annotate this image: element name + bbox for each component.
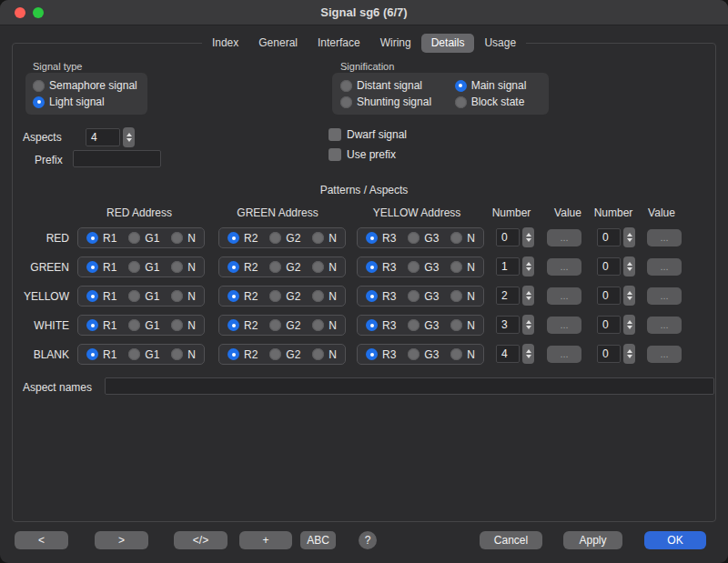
radio-n[interactable]: N <box>312 348 337 361</box>
radio-r3[interactable]: R3 <box>366 290 396 303</box>
radio-semaphore-signal[interactable]: Semaphore signal <box>33 79 140 92</box>
tab-details[interactable]: Details <box>421 34 475 53</box>
radio-n[interactable]: N <box>450 319 475 332</box>
radio-n[interactable]: N <box>171 319 196 332</box>
radio-n[interactable]: N <box>450 290 475 303</box>
radio-r3[interactable]: R3 <box>366 348 396 361</box>
number-stepper[interactable]: 1 <box>496 256 534 276</box>
radio-r2[interactable]: R2 <box>228 261 258 274</box>
stepper-value[interactable]: 0 <box>597 257 621 276</box>
stepper-buttons[interactable] <box>123 127 135 147</box>
number-stepper[interactable]: 3 <box>496 315 534 335</box>
stepper-value[interactable]: 0 <box>597 228 621 246</box>
prefix-field[interactable] <box>73 150 161 167</box>
radio-n[interactable]: N <box>312 232 337 245</box>
tab-general[interactable]: General <box>248 34 308 53</box>
value-button-1[interactable]: ... <box>547 287 581 305</box>
radio-g3[interactable]: G3 <box>408 348 439 361</box>
radio-main-signal[interactable]: Main signal <box>455 79 541 92</box>
stepper-value[interactable]: 3 <box>496 316 520 334</box>
value-button-2[interactable]: ... <box>647 287 682 305</box>
aspects-stepper[interactable]: 4 <box>86 127 135 147</box>
number-stepper[interactable]: 4 <box>496 344 534 364</box>
radio-r3[interactable]: R3 <box>366 261 396 274</box>
radio-n[interactable]: N <box>312 261 337 274</box>
radio-g1[interactable]: G1 <box>128 261 159 274</box>
number-stepper[interactable]: 0 <box>597 256 635 276</box>
radio-n[interactable]: N <box>171 261 196 274</box>
stepper-buttons[interactable] <box>522 286 534 306</box>
stepper-buttons[interactable] <box>522 256 534 276</box>
stepper-buttons[interactable] <box>522 344 534 364</box>
number-stepper[interactable]: 0 <box>597 344 635 364</box>
value-button-1[interactable]: ... <box>547 258 581 276</box>
stepper-buttons[interactable] <box>522 227 534 247</box>
radio-g2[interactable]: G2 <box>269 290 300 303</box>
radio-g1[interactable]: G1 <box>128 319 159 332</box>
stepper-buttons[interactable] <box>623 286 635 306</box>
radio-n[interactable]: N <box>312 290 337 303</box>
value-button-1[interactable]: ... <box>547 346 581 363</box>
radio-r3[interactable]: R3 <box>366 319 396 332</box>
radio-g3[interactable]: G3 <box>408 261 439 274</box>
stepper-buttons[interactable] <box>522 315 534 335</box>
number-stepper[interactable]: 2 <box>496 286 534 306</box>
radio-n[interactable]: N <box>171 232 196 245</box>
stepper-buttons[interactable] <box>623 315 635 335</box>
radio-r2[interactable]: R2 <box>228 348 258 361</box>
help-button[interactable]: ? <box>359 531 377 549</box>
stepper-buttons[interactable] <box>623 227 635 247</box>
radio-r3[interactable]: R3 <box>366 232 396 245</box>
stepper-value[interactable]: 0 <box>597 345 621 363</box>
tab-wiring[interactable]: Wiring <box>370 34 421 53</box>
radio-r2[interactable]: R2 <box>228 319 258 332</box>
stepper-value[interactable]: 2 <box>496 287 520 305</box>
radio-g1[interactable]: G1 <box>128 348 159 361</box>
stepper-value[interactable]: 0 <box>597 287 621 305</box>
tab-index[interactable]: Index <box>202 34 248 53</box>
value-button-2[interactable]: ... <box>647 346 682 363</box>
radio-g1[interactable]: G1 <box>128 232 159 245</box>
aspect-names-field[interactable] <box>105 377 714 395</box>
radio-g2[interactable]: G2 <box>269 261 300 274</box>
prev-button[interactable]: < <box>15 531 68 549</box>
radio-distant-signal[interactable]: Distant signal <box>340 79 446 92</box>
radio-g3[interactable]: G3 <box>408 232 439 245</box>
number-stepper[interactable]: 0 <box>496 227 534 247</box>
radio-n[interactable]: N <box>171 290 196 303</box>
apply-button[interactable]: Apply <box>563 531 622 549</box>
number-stepper[interactable]: 0 <box>597 227 635 247</box>
radio-n[interactable]: N <box>450 261 475 274</box>
value-button-2[interactable]: ... <box>647 317 682 334</box>
code-button[interactable]: </> <box>174 531 228 549</box>
radio-n[interactable]: N <box>450 232 475 245</box>
stepper-value[interactable]: 0 <box>496 228 520 246</box>
radio-r2[interactable]: R2 <box>228 290 258 303</box>
radio-shunting-signal[interactable]: Shunting signal <box>340 96 446 108</box>
tab-usage[interactable]: Usage <box>474 34 526 53</box>
radio-block-state[interactable]: Block state <box>455 96 541 108</box>
cancel-button[interactable]: Cancel <box>480 531 542 549</box>
number-stepper[interactable]: 0 <box>597 315 635 335</box>
radio-g2[interactable]: G2 <box>269 232 300 245</box>
radio-g1[interactable]: G1 <box>128 290 159 303</box>
radio-light-signal[interactable]: Light signal <box>33 96 140 108</box>
radio-n[interactable]: N <box>171 348 196 361</box>
checkbox-use-prefix[interactable]: Use prefix <box>329 148 407 161</box>
radio-r1[interactable]: R1 <box>86 232 116 245</box>
value-button-2[interactable]: ... <box>647 229 682 246</box>
radio-g2[interactable]: G2 <box>269 319 300 332</box>
checkbox-dwarf-signal[interactable]: Dwarf signal <box>329 128 407 141</box>
radio-r1[interactable]: R1 <box>86 261 116 274</box>
radio-n[interactable]: N <box>450 348 475 361</box>
aspects-value[interactable]: 4 <box>86 128 120 146</box>
stepper-value[interactable]: 4 <box>496 345 520 363</box>
number-stepper[interactable]: 0 <box>597 286 635 306</box>
tab-interface[interactable]: Interface <box>308 34 370 53</box>
radio-g2[interactable]: G2 <box>269 348 300 361</box>
radio-g3[interactable]: G3 <box>408 319 439 332</box>
stepper-value[interactable]: 0 <box>597 316 621 334</box>
value-button-2[interactable]: ... <box>647 258 682 276</box>
radio-r1[interactable]: R1 <box>86 290 116 303</box>
add-button[interactable]: + <box>239 531 292 549</box>
